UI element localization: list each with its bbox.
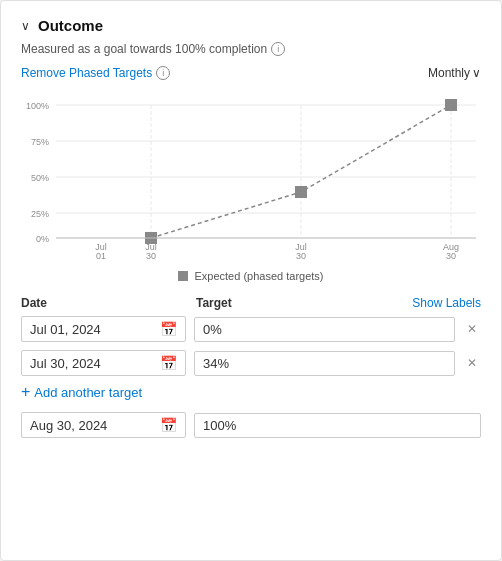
date-column-header: Date (21, 296, 196, 310)
calendar-icon-row2[interactable]: 📅 (160, 355, 177, 371)
svg-text:30: 30 (446, 251, 456, 261)
subtitle-text: Measured as a goal towards 100% completi… (21, 42, 267, 56)
legend-label: Expected (phased targets) (194, 270, 323, 282)
date-field-row1[interactable] (30, 322, 140, 337)
target-input-final[interactable] (194, 413, 481, 438)
target-input-row2[interactable] (194, 351, 455, 376)
target-column-header: Target (196, 296, 412, 310)
date-field-final[interactable] (30, 418, 140, 433)
date-field-row2[interactable] (30, 356, 140, 371)
target-field-row2[interactable] (203, 356, 446, 371)
legend-box (178, 271, 188, 281)
svg-text:75%: 75% (31, 137, 49, 147)
svg-text:30: 30 (296, 251, 306, 261)
target-field-final[interactable] (203, 418, 472, 433)
collapse-chevron[interactable]: ∨ (21, 19, 30, 33)
subtitle-row: Measured as a goal towards 100% completi… (21, 42, 481, 56)
delete-row2-button[interactable]: ✕ (463, 354, 481, 372)
svg-text:50%: 50% (31, 173, 49, 183)
svg-rect-14 (295, 186, 307, 198)
phased-targets-chart: 100% 75% 50% 25% 0% Jul (21, 92, 481, 262)
date-input-row1[interactable]: 📅 (21, 316, 186, 342)
section-header: ∨ Outcome (21, 17, 481, 34)
svg-text:01: 01 (96, 251, 106, 261)
monthly-chevron: ∨ (472, 66, 481, 80)
remove-phased-targets-button[interactable]: Remove Phased Targets i (21, 66, 170, 80)
remove-link-text: Remove Phased Targets (21, 66, 152, 80)
subtitle-info-icon[interactable]: i (271, 42, 285, 56)
svg-text:30: 30 (146, 251, 156, 261)
table-header: Date Target Show Labels (21, 296, 481, 310)
calendar-icon-final[interactable]: 📅 (160, 417, 177, 433)
table-row: 📅 ✕ (21, 316, 481, 342)
monthly-label: Monthly (428, 66, 470, 80)
calendar-icon-row1[interactable]: 📅 (160, 321, 177, 337)
plus-icon: + (21, 384, 30, 400)
chart-legend: Expected (phased targets) (21, 270, 481, 282)
remove-info-icon[interactable]: i (156, 66, 170, 80)
table-row: 📅 ✕ (21, 350, 481, 376)
delete-row1-button[interactable]: ✕ (463, 320, 481, 338)
target-field-row1[interactable] (203, 322, 446, 337)
date-input-row2[interactable]: 📅 (21, 350, 186, 376)
show-labels-button[interactable]: Show Labels (412, 296, 481, 310)
chart-area: 100% 75% 50% 25% 0% Jul (21, 92, 481, 262)
outcome-card: ∨ Outcome Measured as a goal towards 100… (0, 0, 502, 561)
date-input-final[interactable]: 📅 (21, 412, 186, 438)
svg-text:0%: 0% (36, 234, 49, 244)
add-target-label: Add another target (34, 385, 142, 400)
add-another-target-button[interactable]: + Add another target (21, 384, 481, 400)
section-title: Outcome (38, 17, 103, 34)
svg-rect-15 (445, 99, 457, 111)
target-input-row1[interactable] (194, 317, 455, 342)
controls-row: Remove Phased Targets i Monthly ∨ (21, 66, 481, 80)
monthly-dropdown[interactable]: Monthly ∨ (428, 66, 481, 80)
svg-text:100%: 100% (26, 101, 49, 111)
svg-text:25%: 25% (31, 209, 49, 219)
final-target-row: 📅 (21, 412, 481, 438)
